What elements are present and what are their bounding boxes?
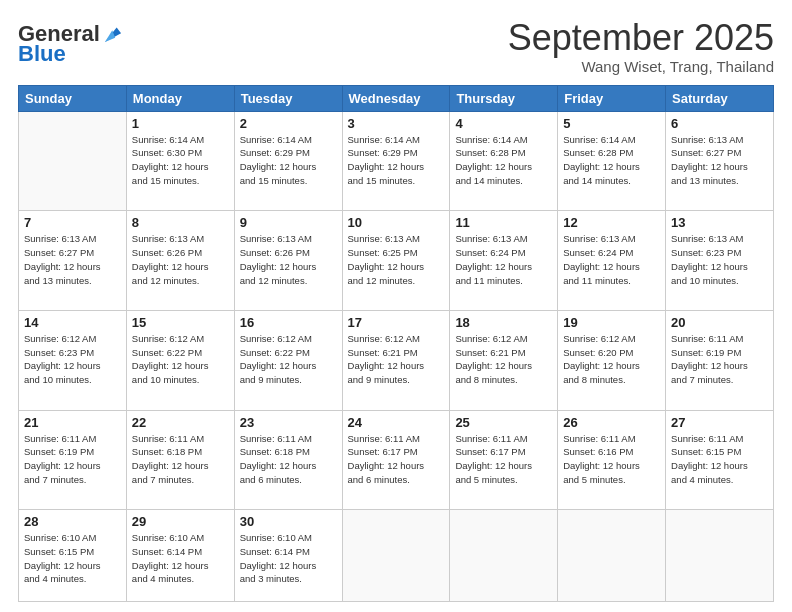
day-info: Sunrise: 6:12 AM Sunset: 6:21 PM Dayligh… xyxy=(455,332,552,387)
day-number: 12 xyxy=(563,215,660,230)
calendar-cell: 20Sunrise: 6:11 AM Sunset: 6:19 PM Dayli… xyxy=(666,310,774,410)
day-number: 10 xyxy=(348,215,445,230)
calendar-day-header: Thursday xyxy=(450,85,558,111)
calendar-cell: 1Sunrise: 6:14 AM Sunset: 6:30 PM Daylig… xyxy=(126,111,234,211)
calendar-week-row: 7Sunrise: 6:13 AM Sunset: 6:27 PM Daylig… xyxy=(19,211,774,311)
day-number: 6 xyxy=(671,116,768,131)
day-info: Sunrise: 6:14 AM Sunset: 6:28 PM Dayligh… xyxy=(455,133,552,188)
day-info: Sunrise: 6:12 AM Sunset: 6:20 PM Dayligh… xyxy=(563,332,660,387)
calendar-week-row: 21Sunrise: 6:11 AM Sunset: 6:19 PM Dayli… xyxy=(19,410,774,510)
logo-blue: Blue xyxy=(18,42,66,66)
calendar-cell: 5Sunrise: 6:14 AM Sunset: 6:28 PM Daylig… xyxy=(558,111,666,211)
header: General Blue September 2025 Wang Wiset, … xyxy=(18,18,774,75)
day-info: Sunrise: 6:11 AM Sunset: 6:15 PM Dayligh… xyxy=(671,432,768,487)
calendar-cell: 7Sunrise: 6:13 AM Sunset: 6:27 PM Daylig… xyxy=(19,211,127,311)
day-number: 17 xyxy=(348,315,445,330)
calendar-cell: 19Sunrise: 6:12 AM Sunset: 6:20 PM Dayli… xyxy=(558,310,666,410)
calendar-cell: 14Sunrise: 6:12 AM Sunset: 6:23 PM Dayli… xyxy=(19,310,127,410)
day-info: Sunrise: 6:12 AM Sunset: 6:22 PM Dayligh… xyxy=(132,332,229,387)
day-number: 11 xyxy=(455,215,552,230)
day-info: Sunrise: 6:11 AM Sunset: 6:17 PM Dayligh… xyxy=(455,432,552,487)
day-info: Sunrise: 6:14 AM Sunset: 6:28 PM Dayligh… xyxy=(563,133,660,188)
day-info: Sunrise: 6:12 AM Sunset: 6:21 PM Dayligh… xyxy=(348,332,445,387)
day-info: Sunrise: 6:11 AM Sunset: 6:18 PM Dayligh… xyxy=(240,432,337,487)
calendar-cell: 23Sunrise: 6:11 AM Sunset: 6:18 PM Dayli… xyxy=(234,410,342,510)
day-number: 8 xyxy=(132,215,229,230)
calendar-cell: 11Sunrise: 6:13 AM Sunset: 6:24 PM Dayli… xyxy=(450,211,558,311)
calendar-cell: 22Sunrise: 6:11 AM Sunset: 6:18 PM Dayli… xyxy=(126,410,234,510)
day-info: Sunrise: 6:10 AM Sunset: 6:14 PM Dayligh… xyxy=(240,531,337,586)
calendar-cell: 30Sunrise: 6:10 AM Sunset: 6:14 PM Dayli… xyxy=(234,510,342,602)
calendar-cell: 21Sunrise: 6:11 AM Sunset: 6:19 PM Dayli… xyxy=(19,410,127,510)
calendar-table: SundayMondayTuesdayWednesdayThursdayFrid… xyxy=(18,85,774,602)
day-number: 29 xyxy=(132,514,229,529)
calendar-cell: 24Sunrise: 6:11 AM Sunset: 6:17 PM Dayli… xyxy=(342,410,450,510)
day-info: Sunrise: 6:14 AM Sunset: 6:29 PM Dayligh… xyxy=(348,133,445,188)
calendar-day-header: Wednesday xyxy=(342,85,450,111)
calendar-cell: 17Sunrise: 6:12 AM Sunset: 6:21 PM Dayli… xyxy=(342,310,450,410)
calendar-cell: 3Sunrise: 6:14 AM Sunset: 6:29 PM Daylig… xyxy=(342,111,450,211)
day-info: Sunrise: 6:11 AM Sunset: 6:16 PM Dayligh… xyxy=(563,432,660,487)
main-title: September 2025 xyxy=(508,18,774,58)
day-number: 26 xyxy=(563,415,660,430)
day-info: Sunrise: 6:13 AM Sunset: 6:24 PM Dayligh… xyxy=(455,232,552,287)
day-info: Sunrise: 6:13 AM Sunset: 6:27 PM Dayligh… xyxy=(671,133,768,188)
day-info: Sunrise: 6:13 AM Sunset: 6:26 PM Dayligh… xyxy=(240,232,337,287)
day-number: 22 xyxy=(132,415,229,430)
calendar-cell: 28Sunrise: 6:10 AM Sunset: 6:15 PM Dayli… xyxy=(19,510,127,602)
calendar-cell: 29Sunrise: 6:10 AM Sunset: 6:14 PM Dayli… xyxy=(126,510,234,602)
calendar-cell: 26Sunrise: 6:11 AM Sunset: 6:16 PM Dayli… xyxy=(558,410,666,510)
calendar-cell: 13Sunrise: 6:13 AM Sunset: 6:23 PM Dayli… xyxy=(666,211,774,311)
calendar-cell: 4Sunrise: 6:14 AM Sunset: 6:28 PM Daylig… xyxy=(450,111,558,211)
day-number: 3 xyxy=(348,116,445,131)
page: General Blue September 2025 Wang Wiset, … xyxy=(0,0,792,612)
title-block: September 2025 Wang Wiset, Trang, Thaila… xyxy=(508,18,774,75)
day-info: Sunrise: 6:11 AM Sunset: 6:19 PM Dayligh… xyxy=(671,332,768,387)
calendar-day-header: Friday xyxy=(558,85,666,111)
calendar-cell xyxy=(558,510,666,602)
day-number: 5 xyxy=(563,116,660,131)
day-info: Sunrise: 6:11 AM Sunset: 6:18 PM Dayligh… xyxy=(132,432,229,487)
calendar-cell: 25Sunrise: 6:11 AM Sunset: 6:17 PM Dayli… xyxy=(450,410,558,510)
calendar-cell: 15Sunrise: 6:12 AM Sunset: 6:22 PM Dayli… xyxy=(126,310,234,410)
calendar-cell xyxy=(19,111,127,211)
subtitle: Wang Wiset, Trang, Thailand xyxy=(508,58,774,75)
calendar-cell xyxy=(342,510,450,602)
calendar-cell: 16Sunrise: 6:12 AM Sunset: 6:22 PM Dayli… xyxy=(234,310,342,410)
day-info: Sunrise: 6:14 AM Sunset: 6:30 PM Dayligh… xyxy=(132,133,229,188)
calendar-cell: 18Sunrise: 6:12 AM Sunset: 6:21 PM Dayli… xyxy=(450,310,558,410)
calendar-week-row: 14Sunrise: 6:12 AM Sunset: 6:23 PM Dayli… xyxy=(19,310,774,410)
day-number: 1 xyxy=(132,116,229,131)
calendar-cell: 10Sunrise: 6:13 AM Sunset: 6:25 PM Dayli… xyxy=(342,211,450,311)
day-number: 16 xyxy=(240,315,337,330)
day-number: 21 xyxy=(24,415,121,430)
day-info: Sunrise: 6:12 AM Sunset: 6:22 PM Dayligh… xyxy=(240,332,337,387)
day-info: Sunrise: 6:10 AM Sunset: 6:14 PM Dayligh… xyxy=(132,531,229,586)
calendar-cell: 12Sunrise: 6:13 AM Sunset: 6:24 PM Dayli… xyxy=(558,211,666,311)
day-number: 30 xyxy=(240,514,337,529)
day-info: Sunrise: 6:13 AM Sunset: 6:23 PM Dayligh… xyxy=(671,232,768,287)
logo: General Blue xyxy=(18,22,124,66)
day-number: 27 xyxy=(671,415,768,430)
day-number: 15 xyxy=(132,315,229,330)
calendar-cell xyxy=(666,510,774,602)
day-info: Sunrise: 6:10 AM Sunset: 6:15 PM Dayligh… xyxy=(24,531,121,586)
day-info: Sunrise: 6:11 AM Sunset: 6:19 PM Dayligh… xyxy=(24,432,121,487)
day-number: 2 xyxy=(240,116,337,131)
calendar-cell: 27Sunrise: 6:11 AM Sunset: 6:15 PM Dayli… xyxy=(666,410,774,510)
calendar-cell: 2Sunrise: 6:14 AM Sunset: 6:29 PM Daylig… xyxy=(234,111,342,211)
day-number: 18 xyxy=(455,315,552,330)
calendar-week-row: 28Sunrise: 6:10 AM Sunset: 6:15 PM Dayli… xyxy=(19,510,774,602)
day-number: 14 xyxy=(24,315,121,330)
day-number: 24 xyxy=(348,415,445,430)
day-info: Sunrise: 6:11 AM Sunset: 6:17 PM Dayligh… xyxy=(348,432,445,487)
day-number: 7 xyxy=(24,215,121,230)
day-number: 23 xyxy=(240,415,337,430)
calendar-day-header: Monday xyxy=(126,85,234,111)
day-info: Sunrise: 6:13 AM Sunset: 6:24 PM Dayligh… xyxy=(563,232,660,287)
day-number: 25 xyxy=(455,415,552,430)
calendar-day-header: Tuesday xyxy=(234,85,342,111)
day-number: 28 xyxy=(24,514,121,529)
logo-icon xyxy=(102,23,124,45)
day-number: 4 xyxy=(455,116,552,131)
